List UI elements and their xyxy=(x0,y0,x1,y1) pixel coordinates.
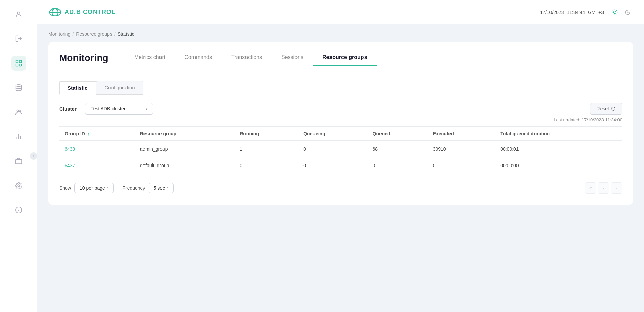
last-updated: Last updated: 17/10/2023 11:34:00 xyxy=(59,117,622,122)
breadcrumb-sep-1: / xyxy=(72,31,74,37)
col-resource-group-label: Resource group xyxy=(140,131,176,136)
tab-sessions[interactable]: Sessions xyxy=(272,50,313,66)
svg-rect-1 xyxy=(16,60,18,63)
per-page-value: 10 per page xyxy=(80,185,105,191)
cell-group-id-1: 6438 xyxy=(59,141,135,157)
page-size-row: Show 10 per page › Frequency 5 sec › xyxy=(59,183,174,193)
cell-running-1: 1 xyxy=(234,141,298,157)
reset-button[interactable]: Reset xyxy=(590,103,622,115)
frequency-select[interactable]: 5 sec › xyxy=(149,183,174,193)
sort-asc-icon: ↑ xyxy=(88,132,90,136)
tab-resource-groups[interactable]: Resource groups xyxy=(313,50,377,66)
col-total-queued-duration-label: Total queued duration xyxy=(500,131,550,136)
cell-queueing-1: 0 xyxy=(298,141,367,157)
sidebar-item-logout[interactable] xyxy=(11,31,26,46)
svg-line-24 xyxy=(616,10,617,11)
frequency-value: 5 sec xyxy=(154,185,165,191)
card-body: Cluster Test ADB cluster › Reset xyxy=(59,103,622,194)
header-right: 17/10/2023 11:34:44 GMT+3 xyxy=(540,7,633,18)
svg-point-0 xyxy=(17,12,20,14)
cell-resource-group-1: admin_group xyxy=(135,141,234,157)
date-display: 17/10/2023 xyxy=(540,10,564,15)
logo-highlight: AD.B xyxy=(65,8,81,15)
tab-metrics-chart[interactable]: Metrics chart xyxy=(125,50,175,66)
cell-executed-2: 0 xyxy=(427,157,495,174)
theme-toggle xyxy=(609,7,633,18)
next-page-button[interactable]: › xyxy=(611,182,622,194)
col-group-id-label: Group ID xyxy=(65,131,85,136)
prev-page-button[interactable]: ‹ xyxy=(598,182,609,194)
col-total-queued-duration[interactable]: Total queued duration xyxy=(495,127,622,141)
cell-queued-2: 0 xyxy=(367,157,427,174)
group-id-link-1[interactable]: 6438 xyxy=(65,146,75,152)
table-header-row: Group ID ↑ Resource group Running Queuei… xyxy=(59,127,622,141)
cluster-label: Cluster xyxy=(59,106,77,112)
table-head: Group ID ↑ Resource group Running Queuei… xyxy=(59,127,622,141)
group-id-link-2[interactable]: 6437 xyxy=(65,163,75,168)
sidebar: › xyxy=(0,0,37,312)
sidebar-item-database[interactable] xyxy=(11,80,26,95)
light-theme-button[interactable] xyxy=(609,7,620,18)
svg-rect-2 xyxy=(19,60,21,63)
logo: AD.B CONTROL xyxy=(48,5,116,19)
breadcrumb-resource-groups[interactable]: Resource groups xyxy=(76,31,112,37)
main-area: AD.B CONTROL 17/10/2023 11:34:44 GMT+3 xyxy=(37,0,644,312)
first-page-button[interactable]: « xyxy=(585,182,596,194)
page-title: Monitoring xyxy=(59,53,108,64)
tab-commands[interactable]: Commands xyxy=(175,50,222,66)
reset-icon xyxy=(611,106,616,111)
sidebar-item-users[interactable] xyxy=(11,105,26,120)
col-running-label: Running xyxy=(240,131,259,136)
dark-theme-button[interactable] xyxy=(622,7,633,18)
time-display: 11:34:44 xyxy=(566,10,585,15)
sidebar-item-settings[interactable] xyxy=(11,178,26,193)
sidebar-item-info[interactable] xyxy=(11,203,26,218)
breadcrumb-monitoring[interactable]: Monitoring xyxy=(48,31,70,37)
col-resource-group[interactable]: Resource group xyxy=(135,127,234,141)
cell-queueing-2: 0 xyxy=(298,157,367,174)
cluster-select[interactable]: Test ADB cluster › xyxy=(85,103,153,115)
show-label: Show xyxy=(59,185,71,191)
logo-rest: CONTROL xyxy=(81,8,116,15)
breadcrumb-sep-2: / xyxy=(114,31,116,37)
col-queued[interactable]: Queued xyxy=(367,127,427,141)
table-row: 6438 admin_group 1 0 68 30910 00:00:01 xyxy=(59,141,622,157)
sidebar-item-jobs[interactable] xyxy=(11,154,26,169)
datetime-display: 17/10/2023 11:34:44 GMT+3 xyxy=(540,10,604,15)
sub-tab-configuration[interactable]: Configuration xyxy=(96,81,143,95)
cluster-row: Cluster Test ADB cluster › Reset xyxy=(59,103,622,115)
sidebar-collapse-button[interactable]: › xyxy=(30,152,37,160)
sub-tab-statistic[interactable]: Statistic xyxy=(59,81,96,95)
col-queued-label: Queued xyxy=(373,131,390,136)
tab-transactions[interactable]: Transactions xyxy=(222,50,272,66)
cell-total-queued-duration-2: 00:00:00 xyxy=(495,157,622,174)
svg-point-9 xyxy=(18,185,20,187)
svg-point-16 xyxy=(613,11,616,14)
col-executed[interactable]: Executed xyxy=(427,127,495,141)
cluster-selected-value: Test ADB cluster xyxy=(91,106,126,111)
data-table: Group ID ↑ Resource group Running Queuei… xyxy=(59,126,622,174)
svg-line-20 xyxy=(616,14,617,14)
breadcrumb-statistic: Statistic xyxy=(118,31,134,37)
timezone-display: GMT+3 xyxy=(588,10,604,15)
frequency-label: Frequency xyxy=(122,185,145,191)
col-running[interactable]: Running xyxy=(234,127,298,141)
cell-running-2: 0 xyxy=(234,157,298,174)
table-body: 6438 admin_group 1 0 68 30910 00:00:01 xyxy=(59,141,622,174)
col-group-id[interactable]: Group ID ↑ xyxy=(59,127,135,141)
sidebar-item-monitoring[interactable] xyxy=(11,56,26,71)
header: AD.B CONTROL 17/10/2023 11:34:44 GMT+3 xyxy=(37,0,644,24)
cluster-select-arrow-icon: › xyxy=(146,106,147,111)
per-page-select[interactable]: 10 per page › xyxy=(74,183,114,193)
table-row: 6437 default_group 0 0 0 0 00:00:00 xyxy=(59,157,622,174)
sidebar-item-user[interactable] xyxy=(11,7,26,22)
sub-tabs: Statistic Configuration xyxy=(59,74,622,95)
sidebar-item-reports[interactable] xyxy=(11,129,26,144)
svg-rect-4 xyxy=(19,64,21,66)
pagination-buttons: « ‹ › xyxy=(585,182,622,194)
logo-text: AD.B CONTROL xyxy=(65,8,116,16)
col-queueing-label: Queueing xyxy=(303,131,325,136)
col-queueing[interactable]: Queueing xyxy=(298,127,367,141)
cell-queued-1: 68 xyxy=(367,141,427,157)
reset-label: Reset xyxy=(596,106,609,111)
